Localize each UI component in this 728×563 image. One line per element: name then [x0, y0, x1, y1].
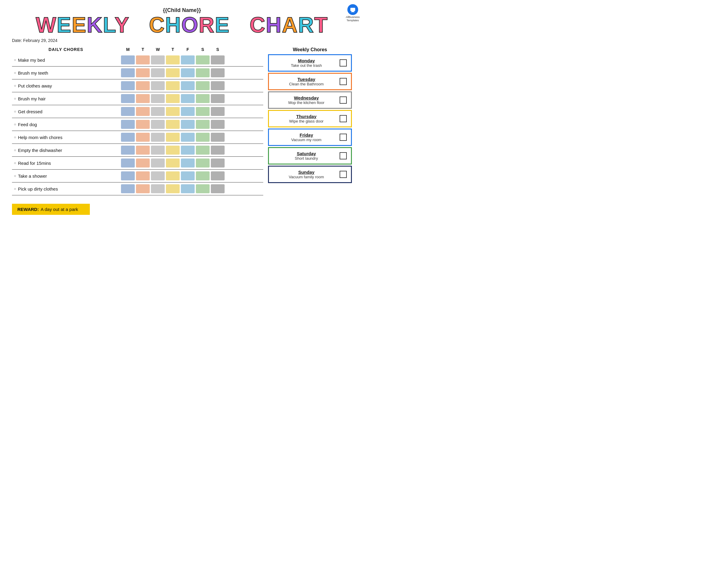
- monday-checkbox[interactable]: [340, 59, 347, 66]
- weekly-chore-friday: Vacuum my room: [273, 137, 340, 142]
- day-columns-header: M T W T F S S: [121, 47, 225, 52]
- day-header-M: M: [121, 47, 135, 52]
- friday-checkbox[interactable]: [340, 134, 347, 141]
- weekly-chore-monday: Take out the trash: [273, 63, 340, 68]
- sunday-checkbox[interactable]: [340, 171, 347, 178]
- chore-row: ○ Brush my teeth: [12, 66, 263, 79]
- weekly-chores-header: Weekly Chores: [268, 47, 352, 52]
- child-name: {{Child Name}}: [12, 7, 352, 13]
- logo-line2: Templates: [346, 19, 359, 22]
- tuesday-checkbox[interactable]: [340, 78, 347, 85]
- chore-row: ○ Take a shower: [12, 169, 263, 182]
- chores-column-header: DAILY CHORES: [12, 47, 120, 52]
- weekly-item-sunday: Sunday Vacuum family room: [268, 166, 352, 183]
- weekly-chore-wednesday: Mop the kitchen floor: [273, 100, 340, 105]
- day-header-T2: T: [166, 47, 180, 52]
- thursday-checkbox[interactable]: [340, 115, 347, 122]
- weekly-day-thursday: Thursday: [273, 114, 340, 119]
- weekly-item-friday: Friday Vacuum my room: [268, 128, 352, 146]
- date-label: Date: February 29, 2024: [12, 38, 352, 43]
- weekly-chores-section: Weekly Chores Monday Take out the trash …: [268, 47, 352, 184]
- table-header-row: DAILY CHORES M T W T F S S: [12, 47, 263, 52]
- weekly-day-tuesday: Tuesday: [273, 77, 340, 82]
- weekly-day-saturday: Saturday: [273, 151, 340, 156]
- logo-icon: [347, 4, 358, 15]
- weekly-chore-thursday: Wipe the glass door: [273, 119, 340, 123]
- chore-row: ○ Read for 15mins: [12, 157, 263, 169]
- wednesday-checkbox[interactable]: [340, 96, 347, 104]
- main-layout: DAILY CHORES M T W T F S S ○ Make my bed…: [12, 47, 352, 215]
- weekly-chore-sunday: Vacuum family room: [273, 175, 340, 179]
- weekly-item-monday: Monday Take out the trash: [268, 54, 352, 72]
- weekly-chore-saturday: Short laundry: [273, 156, 340, 161]
- weekly-item-thursday: Thursday Wipe the glass door: [268, 110, 352, 127]
- chore-row: ○ Pick up dirty clothes: [12, 182, 263, 195]
- chore-row: ○ Put clothes away: [12, 79, 263, 92]
- reward-label: REWARD:: [17, 207, 39, 212]
- day-header-S2: S: [211, 47, 225, 52]
- chore-row: ○ Help mom with chores: [12, 131, 263, 144]
- weekly-item-tuesday: Tuesday Clean the Bathroom: [268, 73, 352, 90]
- reward-text: A day out at a park: [41, 207, 78, 212]
- day-header-W: W: [151, 47, 165, 52]
- svg-rect-0: [350, 8, 355, 11]
- weekly-item-saturday: Saturday Short laundry: [268, 147, 352, 164]
- weekly-chore-tuesday: Clean the Bathroom: [273, 82, 340, 86]
- reward-box: REWARD: A day out at a park: [12, 204, 90, 215]
- chore-row: ○ Get dressed: [12, 105, 263, 118]
- saturday-checkbox[interactable]: [340, 152, 347, 159]
- weekly-day-monday: Monday: [273, 58, 340, 63]
- weekly-day-friday: Friday: [273, 132, 340, 137]
- day-header-S1: S: [196, 47, 210, 52]
- chore-row: ○ Empty the dishwasher: [12, 144, 263, 157]
- weekly-day-sunday: Sunday: [273, 169, 340, 175]
- weekly-day-wednesday: Wednesday: [273, 95, 340, 100]
- chore-row: ○ Make my bed: [12, 54, 263, 66]
- weekly-item-wednesday: Wednesday Mop the kitchen floor: [268, 91, 352, 109]
- logo-area: AllBusiness Templates: [346, 4, 360, 22]
- svg-rect-2: [351, 12, 355, 12]
- chore-row: ○ Feed dog: [12, 118, 263, 131]
- daily-chores-section: DAILY CHORES M T W T F S S ○ Make my bed…: [12, 47, 263, 215]
- day-header-F: F: [181, 47, 195, 52]
- logo-line1: AllBusiness: [346, 16, 360, 19]
- chore-row: ○ Brush my hair: [12, 92, 263, 105]
- day-header-T1: T: [136, 47, 150, 52]
- svg-rect-1: [352, 11, 354, 12]
- page-title: WEEKLY CHORE CHART: [12, 14, 352, 36]
